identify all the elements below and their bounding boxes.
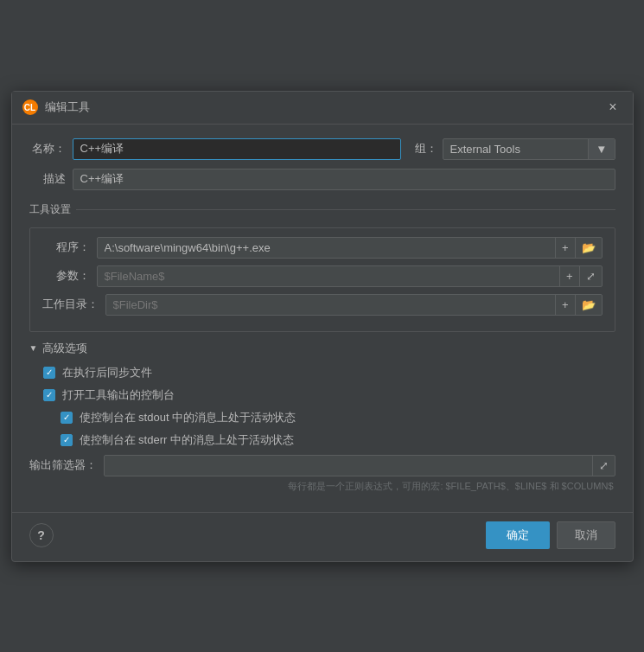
close-button[interactable]: × (603, 98, 622, 117)
advanced-title: 高级选项 (42, 341, 87, 356)
footer-buttons: 确定 取消 (486, 521, 615, 549)
desc-input[interactable] (73, 169, 615, 190)
desc-label: 描述 (29, 171, 66, 187)
tool-settings-title: 工具设置 (29, 202, 71, 217)
workdir-input[interactable] (106, 295, 555, 315)
dialog-content: 名称： 组： External Tools ▼ 描述 工具设置 (12, 125, 633, 507)
checkbox4-row: 使控制台在 stderr 中的消息上处于活动状态 (29, 432, 615, 448)
tool-settings-section-header: 工具设置 (29, 202, 615, 217)
checkbox1-label: 在执行后同步文件 (62, 365, 152, 380)
checkbox1[interactable] (43, 367, 55, 379)
program-add-button[interactable]: + (555, 238, 575, 258)
advanced-chevron-icon: ▼ (29, 343, 38, 353)
group-dropdown-button[interactable]: ▼ (588, 139, 614, 159)
checkbox2-label: 打开工具输出的控制台 (62, 387, 175, 403)
workdir-add-button[interactable]: + (555, 295, 575, 315)
group-label: 组： (415, 141, 437, 157)
workdir-label: 工作目录： (42, 297, 99, 312)
advanced-section: ▼ 高级选项 在执行后同步文件 打开工具输出的控制台 使控制台在 stdout … (29, 341, 615, 493)
app-icon: CL (22, 99, 38, 115)
checkbox4-label: 使控制台在 stderr 中的消息上处于活动状态 (80, 432, 294, 448)
name-input[interactable] (73, 138, 401, 160)
dialog-footer: ? 确定 取消 (12, 512, 633, 561)
checkbox2[interactable] (43, 389, 55, 401)
program-label: 程序： (42, 240, 90, 255)
name-group-row: 名称： 组： External Tools ▼ (29, 138, 615, 160)
checkbox3-label: 使控制台在 stdout 中的消息上处于活动状态 (80, 410, 296, 425)
group-row: 组： External Tools ▼ (415, 138, 615, 160)
title-bar-left: CL 编辑工具 (22, 99, 90, 115)
ok-button[interactable]: 确定 (486, 521, 550, 549)
checkbox3[interactable] (61, 412, 73, 424)
checkbox1-row: 在执行后同步文件 (29, 365, 615, 380)
filter-input-wrapper: ⤢ (104, 455, 615, 476)
section-divider-line (76, 209, 615, 210)
workdir-row: 工作目录： + 📂 (42, 294, 603, 316)
name-label: 名称： (29, 141, 66, 157)
desc-row: 描述 (29, 169, 615, 190)
filter-expand-button[interactable]: ⤢ (592, 456, 615, 476)
folder-icon: 📂 (582, 241, 596, 254)
advanced-header[interactable]: ▼ 高级选项 (29, 341, 615, 356)
tool-settings-panel: 程序： + 📂 参数： + ⤢ (29, 227, 615, 332)
folder-icon-2: 📂 (582, 298, 596, 311)
expand-icon-2: ⤢ (599, 459, 609, 472)
params-label: 参数： (42, 268, 90, 284)
filter-row: 输出筛选器： ⤢ (29, 455, 615, 476)
expand-icon: ⤢ (586, 270, 596, 283)
program-row: 程序： + 📂 (42, 237, 603, 259)
hint-text: 每行都是一个正则表达式，可用的宏: $FILE_PATH$、$LINE$ 和 $… (29, 480, 615, 493)
workdir-input-wrapper: + 📂 (105, 294, 603, 316)
params-row: 参数： + ⤢ (42, 265, 603, 287)
workdir-folder-button[interactable]: 📂 (575, 295, 602, 315)
program-input-wrapper: + 📂 (97, 237, 603, 259)
program-input[interactable] (98, 238, 555, 258)
cancel-button[interactable]: 取消 (557, 521, 615, 549)
params-expand-button[interactable]: ⤢ (579, 266, 602, 286)
filter-label: 输出筛选器： (29, 457, 97, 473)
checkbox4[interactable] (61, 434, 73, 446)
params-input[interactable] (98, 266, 559, 286)
dialog-title: 编辑工具 (45, 99, 90, 115)
filter-input[interactable] (105, 456, 592, 476)
group-select-wrapper: External Tools ▼ (443, 138, 615, 160)
checkbox3-row: 使控制台在 stdout 中的消息上处于活动状态 (29, 410, 615, 425)
help-button[interactable]: ? (29, 523, 54, 547)
group-select-text: External Tools (443, 139, 589, 159)
title-bar: CL 编辑工具 × (12, 92, 633, 125)
params-add-button[interactable]: + (559, 266, 579, 286)
program-folder-button[interactable]: 📂 (575, 238, 602, 258)
params-input-wrapper: + ⤢ (97, 265, 603, 287)
chevron-down-icon: ▼ (596, 143, 607, 156)
checkbox2-row: 打开工具输出的控制台 (29, 387, 615, 403)
dialog: CL 编辑工具 × 名称： 组： External Tools ▼ 描述 (11, 91, 634, 562)
